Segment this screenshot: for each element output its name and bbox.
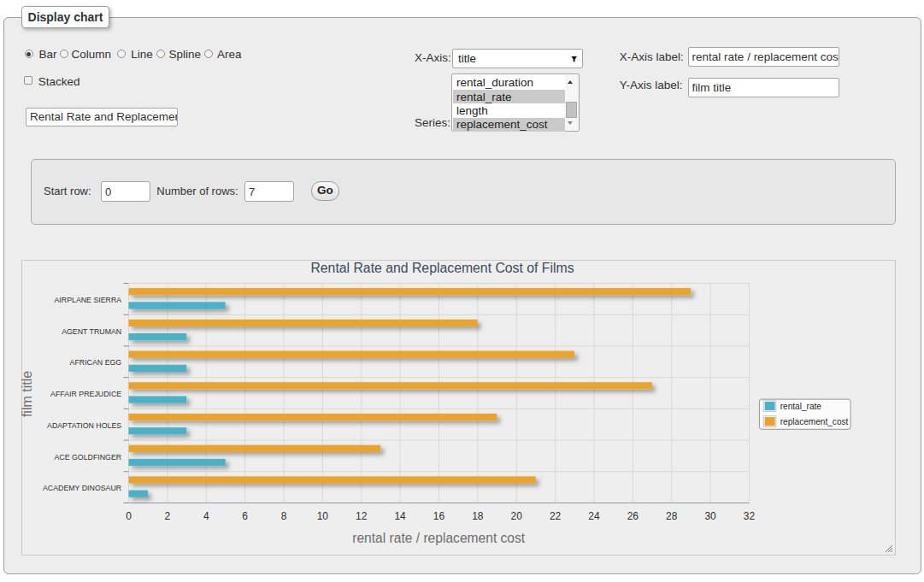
svg-text:32: 32 [744, 510, 756, 522]
svg-text:12: 12 [356, 510, 368, 522]
svg-text:AGENT TRUMAN: AGENT TRUMAN [62, 327, 121, 336]
svg-text:14: 14 [394, 510, 406, 522]
svg-text:20: 20 [511, 510, 523, 522]
svg-text:24: 24 [588, 510, 600, 522]
svg-text:4: 4 [203, 510, 209, 522]
svg-text:10: 10 [317, 510, 329, 522]
svg-text:30: 30 [704, 510, 716, 522]
svg-text:8: 8 [281, 510, 287, 522]
svg-text:ACE GOLDFINGER: ACE GOLDFINGER [54, 453, 121, 461]
svg-text:Rental Rate and Replacement Co: Rental Rate and Replacement Cost of Film… [310, 261, 574, 275]
svg-text:0: 0 [126, 510, 132, 522]
svg-text:AFRICAN EGG: AFRICAN EGG [70, 358, 122, 367]
svg-text:rental_rate: rental_rate [780, 402, 822, 411]
svg-text:AIRPLANE SIERRA: AIRPLANE SIERRA [54, 296, 121, 304]
svg-text:2: 2 [165, 510, 171, 522]
svg-text:16: 16 [433, 510, 445, 522]
svg-text:18: 18 [472, 510, 484, 522]
svg-text:22: 22 [550, 510, 562, 522]
svg-text:ACADEMY DINOSAUR: ACADEMY DINOSAUR [43, 484, 121, 492]
svg-text:replacement_cost: replacement_cost [780, 417, 849, 426]
svg-text:28: 28 [666, 510, 678, 522]
svg-text:6: 6 [242, 510, 248, 522]
svg-text:rental rate / replacement cost: rental rate / replacement cost [352, 531, 526, 545]
svg-text:26: 26 [627, 510, 639, 522]
svg-text:ADAPTATION HOLES: ADAPTATION HOLES [47, 421, 121, 430]
svg-text:film title: film title [21, 371, 34, 417]
svg-text:AFFAIR PREJUDICE: AFFAIR PREJUDICE [50, 390, 121, 398]
